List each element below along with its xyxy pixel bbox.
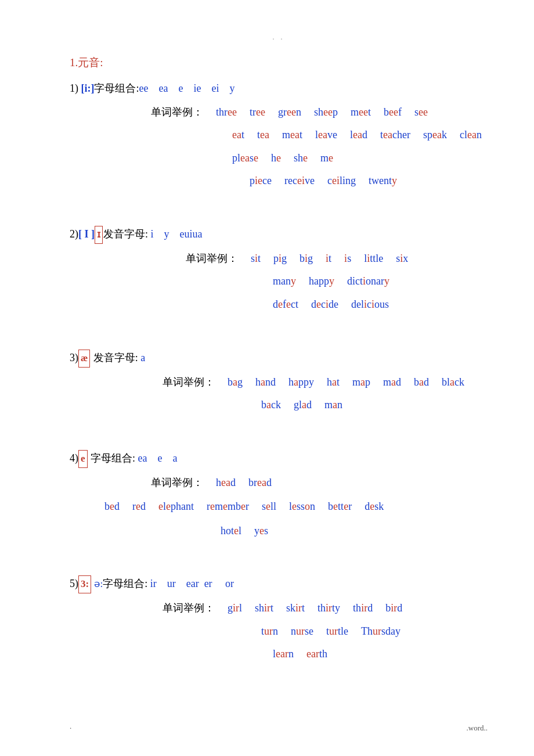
section-5-header: 5)3: ə:字母组合: ir ur ear er or bbox=[70, 575, 488, 593]
word-it: it bbox=[326, 247, 331, 271]
section-3-label: 发音字母: bbox=[91, 352, 140, 363]
word-twenty: twenty bbox=[369, 170, 397, 193]
word-lesson: lesson bbox=[289, 495, 315, 519]
word-earth: earth bbox=[306, 643, 327, 666]
section-5-examples: 单词举例： girl shirt skirt thirty third bird… bbox=[104, 597, 488, 666]
word-sell: sell bbox=[262, 495, 276, 519]
word-back: back bbox=[261, 394, 281, 417]
word-bird: bird bbox=[385, 597, 402, 620]
section-3: 3)æ 发音字母: a 单词举例： bag hand happy hat map… bbox=[70, 349, 488, 417]
word-he: he bbox=[271, 147, 281, 170]
word-bed: bed bbox=[104, 495, 120, 519]
word-ceiling: ceiling bbox=[327, 170, 356, 193]
section-5-number: 5) bbox=[70, 578, 78, 589]
word-receive: receive bbox=[284, 170, 315, 193]
section-1: 1) [i:]字母组合:ee ea e ie ei y 单词举例： three … bbox=[70, 80, 488, 193]
section-1-examples: 单词举例： three tree green sheep meet beef s… bbox=[104, 101, 488, 193]
word-big: big bbox=[300, 247, 313, 271]
word-decide: decide bbox=[311, 293, 338, 316]
word-meet: meet bbox=[351, 101, 371, 124]
example-row-5-1: 单词举例： girl shirt skirt thirty third bird bbox=[163, 597, 488, 620]
example-row-2-1: 单词举例： sit pig big it is little six bbox=[186, 247, 488, 271]
word-see: see bbox=[414, 101, 428, 124]
section-1-number: 1) bbox=[70, 82, 81, 94]
section-5-phonetic-box: 3: bbox=[78, 575, 91, 593]
example-row-1-3: please he she me bbox=[232, 147, 488, 170]
section-1-header: 1) [i:]字母组合:ee ea e ie ei y bbox=[70, 80, 488, 98]
word-defect: defect bbox=[273, 293, 298, 316]
section-1-phonetic: [i:] bbox=[81, 82, 95, 94]
word-happy: happy bbox=[309, 270, 334, 293]
word-skirt: skirt bbox=[286, 597, 305, 620]
word-remember: remember bbox=[207, 495, 249, 519]
section-2: 2)[ I ]ɪ发音字母: i y euiua 单词举例： sit pig bi… bbox=[70, 225, 488, 316]
word-tea: tea bbox=[257, 124, 269, 147]
example-row-2-3: defect decide delicious bbox=[273, 293, 488, 316]
example-row-2-2: many happy dictionary bbox=[273, 270, 488, 293]
word-red: red bbox=[132, 495, 146, 519]
example-row-3-1: 单词举例： bag hand happy hat map mad bad bla… bbox=[163, 371, 488, 394]
section-3-examples: 单词举例： bag hand happy hat map mad bad bla… bbox=[104, 371, 488, 417]
example-row-1-1: 单词举例： three tree green sheep meet beef s… bbox=[151, 101, 488, 124]
section-2-phonetic: [ I ] bbox=[78, 228, 95, 240]
word-thursday: Thursday bbox=[361, 620, 400, 643]
word-happy2: happy bbox=[288, 371, 314, 394]
word-desk: desk bbox=[365, 495, 384, 519]
word-learn: learn bbox=[273, 643, 294, 666]
section-4-label: 字母组合: bbox=[88, 452, 138, 464]
word-beef: beef bbox=[384, 101, 402, 124]
page-header: · · bbox=[70, 35, 488, 44]
example-row-4-3: hotel yes bbox=[221, 520, 488, 543]
example-row-1-2: eat tea meat leave lead teacher speak cl… bbox=[232, 124, 488, 147]
header-dots: · · bbox=[273, 35, 285, 43]
main-title-text: 1.元音: bbox=[70, 56, 103, 69]
word-hat: hat bbox=[327, 371, 340, 394]
word-glad: glad bbox=[294, 394, 312, 417]
word-little: little bbox=[364, 247, 383, 271]
word-yes: yes bbox=[254, 520, 268, 543]
section-2-phonetic-box: ɪ bbox=[95, 226, 103, 244]
section-1-label: 字母组合: bbox=[94, 82, 139, 94]
word-three: three bbox=[216, 101, 237, 124]
word-nurse: nurse bbox=[291, 620, 313, 643]
word-green: green bbox=[278, 101, 301, 124]
word-thirty: thirty bbox=[317, 597, 340, 620]
word-six: six bbox=[396, 247, 408, 271]
word-shirt: shirt bbox=[255, 597, 273, 620]
word-bad: bad bbox=[414, 371, 429, 394]
word-piece: piece bbox=[250, 170, 272, 193]
section-4-combos: ea e a bbox=[138, 452, 178, 464]
word-meat: meat bbox=[282, 124, 302, 147]
word-map: map bbox=[352, 371, 370, 394]
word-teacher: teacher bbox=[380, 124, 410, 147]
section-5-label: 字母组合: bbox=[103, 578, 150, 589]
word-hotel: hotel bbox=[221, 520, 241, 543]
word-many: many bbox=[273, 270, 296, 293]
example-row-3-2: back glad man bbox=[261, 394, 488, 417]
word-clean: clean bbox=[460, 124, 482, 147]
word-mad: mad bbox=[383, 371, 401, 394]
word-she: she bbox=[294, 147, 308, 170]
section-5-schwa: ə: bbox=[92, 578, 103, 589]
word-elephant: elephant bbox=[158, 495, 194, 519]
section-3-number: 3) bbox=[70, 352, 78, 363]
section-4-header: 4)e 字母组合: ea e a bbox=[70, 449, 488, 468]
word-delicious: delicious bbox=[351, 293, 389, 316]
word-turtle: turtle bbox=[326, 620, 348, 643]
word-turn: turn bbox=[261, 620, 278, 643]
section-1-combos: ee ea e ie ei y bbox=[139, 82, 235, 94]
word-pig: pig bbox=[273, 247, 287, 271]
section-4-number: 4) bbox=[70, 452, 78, 464]
word-dictionary: dictionary bbox=[347, 270, 389, 293]
example-row-5-2: turn nurse turtle Thursday bbox=[261, 620, 488, 643]
section-3-phonetic-box: æ bbox=[78, 350, 90, 368]
section-2-number: 2) bbox=[70, 228, 78, 240]
word-sit: sit bbox=[251, 247, 261, 271]
word-sheep: sheep bbox=[314, 101, 338, 124]
word-please: please bbox=[232, 147, 258, 170]
example-row-4-1: 单词举例： head bread bbox=[151, 471, 488, 495]
word-eat: eat bbox=[232, 124, 244, 147]
example-row-4-2: bed red elephant remember sell lesson be… bbox=[104, 495, 488, 519]
footer-right-text: .word.. bbox=[467, 723, 488, 732]
word-lead: lead bbox=[350, 124, 367, 147]
